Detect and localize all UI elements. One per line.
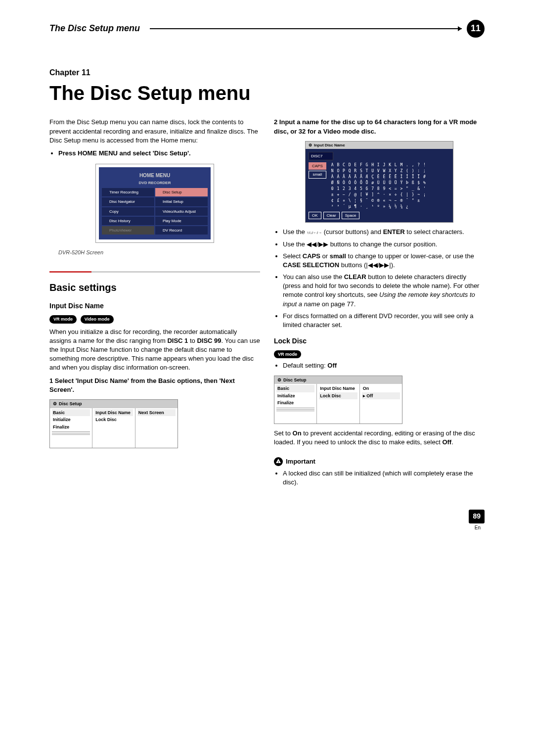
video-mode-badge: Video mode [81,315,114,324]
menu-item-history: Disc History [102,217,154,225]
clear-button: Clear [323,212,340,219]
bullet-3: Select CAPS or small to change to upper … [283,252,485,270]
mode-badges: VR mode Video mode [49,314,260,324]
bullet-5: For discs formatted on a different DVD r… [283,312,485,330]
important-bullet: A locked disc can still be initialized (… [283,469,485,487]
header-bar: The Disc Setup menu 11 [49,20,485,38]
ds1-lock: Lock Disc [94,416,133,424]
menu-item-va: Video/Audio Adjust [155,207,208,216]
input-disc-p1: When you initialize a disc for recording… [49,328,260,373]
menu-item-photo: PhotoViewer [102,226,154,235]
ds1-basic: Basic [52,409,90,417]
warning-icon [274,457,283,466]
ds1-finalize: Finalize [52,424,90,431]
intro-paragraph: From the Disc Setup menu you can name di… [49,118,260,145]
disc-icon: ⚙ [277,377,281,383]
home-menu-grid: Timer Recording Disc Setup Disc Navigato… [99,188,211,235]
menu-item-navigator: Disc Navigator [102,197,154,206]
vr-mode-badge-2: VR mode [274,350,301,359]
left-column: From the Disc Setup menu you can name di… [49,114,260,531]
page-number: 89 [469,510,485,523]
menu-item-copy: Copy [102,207,154,216]
menu-item-dv: DV Record [155,226,208,235]
bullet-1: Use the ↑/↓/←/→ (cursor buttons) and ENT… [283,228,485,236]
section-divider [49,271,260,273]
input-disc-name-heading: Input Disc Name [49,301,260,311]
header-divider [150,28,462,29]
right-column: 2 Input a name for the disc up to 64 cha… [274,114,485,531]
important-label: Important [286,457,315,466]
bullet-4: You can also use the CLEAR button to del… [283,273,485,309]
menu-item-play: Play Mode [155,217,208,225]
ds2-finalize: Finalize [276,399,314,407]
intro-step: Press HOME MENU and select 'Disc Setup'. [58,149,191,157]
ds2-input-name: Input Disc Name [319,385,357,392]
screenshot-caption: DVR-520H Screen [58,249,260,256]
menu-item-timer: Timer Recording [102,188,154,196]
home-menu-title: HOME MENUDVD RECORDER [99,172,211,186]
caps-button: CAPS [309,162,326,170]
input-name-screenshot: ⚙Input Disc Name DISC7 CAPS small A B C … [305,141,453,223]
ok-button: OK [309,212,321,219]
home-menu-screenshot: HOME MENUDVD RECORDER Timer Recording Di… [95,164,214,243]
step-2: 2 Input a name for the disc up to 64 cha… [274,118,477,135]
page-lang: En [475,524,481,531]
page-title: The Disc Setup menu [49,79,485,107]
ds2-on: On [362,385,400,392]
lock-paragraph: Set to On to prevent accidental recordin… [274,429,485,447]
char-grid: A B C D E F G H I J K L M . , ? ! N O P … [331,162,426,210]
disc-setup-screenshot-1: ⚙Disc Setup Basic Initialize Finalize In… [49,399,178,448]
ds1-initialize: Initialize [52,416,90,424]
space-button: Space [342,212,360,219]
vr-mode-badge: VR mode [49,315,77,324]
disc-name-field: DISC7 [309,152,333,160]
header-title: The Disc Setup menu [49,22,140,35]
default-setting: Default setting: Off [283,361,485,370]
menu-item-initial: Initial Setup [155,197,208,206]
small-button: small [309,171,326,178]
disc-setup-screenshot-2: ⚙Disc Setup Basic Initialize Finalize In… [274,376,402,425]
ds1-next: Next Screen [137,409,176,417]
instruction-list: Use the ↑/↓/←/→ (cursor buttons) and ENT… [283,228,485,330]
ds2-off: ▸ Off [362,392,400,400]
disc-icon: ⚙ [309,142,312,148]
basic-settings-heading: Basic settings [49,281,260,294]
lock-disc-heading: Lock Disc [274,336,485,346]
bullet-2: Use the ◀◀/▶▶ buttons to change the curs… [283,240,485,249]
ds2-initialize: Initialize [276,392,314,400]
important-row: Important [274,457,485,466]
menu-item-disc-setup: Disc Setup [155,188,208,196]
disc-icon: ⚙ [53,401,57,407]
ds2-lock: Lock Disc [319,392,357,400]
step-1: 1 Select 'Input Disc Name' from the Basi… [49,377,235,393]
ds1-input-name: Input Disc Name [94,409,133,417]
chapter-badge: 11 [467,20,485,38]
ds2-basic: Basic [276,385,314,392]
chapter-label: Chapter 11 [49,67,485,78]
